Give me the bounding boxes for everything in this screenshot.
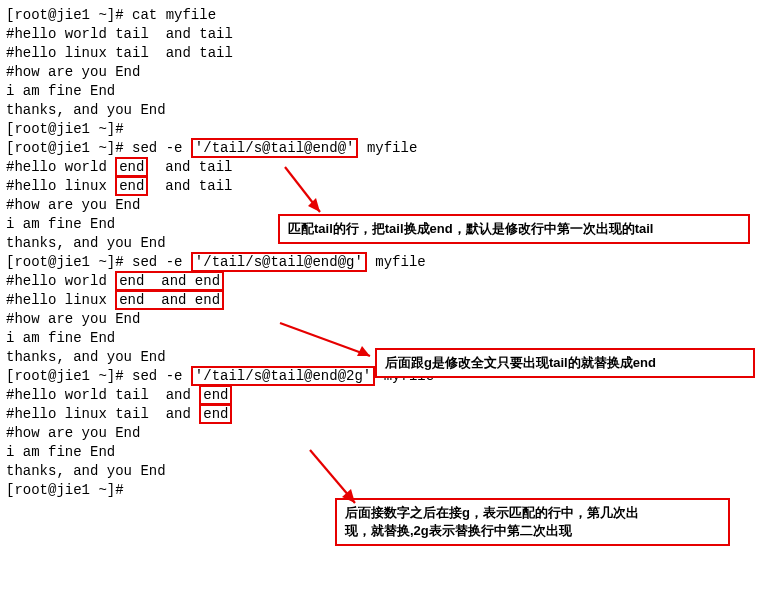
out-text: and tail bbox=[148, 159, 232, 175]
arrow-icon bbox=[280, 162, 340, 222]
terminal-line: #hello linux end and tail bbox=[6, 177, 774, 196]
terminal-line-sed1: [root@jie1 ~]# sed -e '/tail/s@tail@end@… bbox=[6, 139, 774, 158]
sed1-command: '/tail/s@tail@end@' bbox=[191, 138, 359, 158]
terminal-line: #hello world end and tail bbox=[6, 158, 774, 177]
sed2-command: '/tail/s@tail@end@g' bbox=[191, 252, 367, 272]
prompt: [root@jie1 ~]# sed -e bbox=[6, 254, 191, 270]
sed1-arg: myfile bbox=[358, 140, 417, 156]
out-text: and tail bbox=[148, 178, 232, 194]
replaced-end: end bbox=[115, 157, 148, 177]
replaced-end-all: end and end bbox=[115, 290, 224, 310]
terminal-line: #how are you End bbox=[6, 310, 774, 329]
arrow-icon bbox=[305, 445, 415, 515]
annotation-text: 后面跟g是修改全文只要出现tail的就替换成end bbox=[385, 355, 656, 370]
prompt: [root@jie1 ~]# sed -e bbox=[6, 368, 191, 384]
replaced-end-all: end and end bbox=[115, 271, 224, 291]
out-text: #hello linux bbox=[6, 292, 115, 308]
out-text: #hello linux tail and bbox=[6, 406, 199, 422]
terminal-line: #hello world end and end bbox=[6, 272, 774, 291]
out-text: #hello world bbox=[6, 273, 115, 289]
out-text: #hello world tail and bbox=[6, 387, 199, 403]
prompt: [root@jie1 ~]# sed -e bbox=[6, 140, 191, 156]
arrow-icon bbox=[275, 318, 385, 363]
sed3-command: '/tail/s@tail@end@2g' bbox=[191, 366, 375, 386]
replaced-end-2g: end bbox=[199, 385, 232, 405]
terminal-line-sed2: [root@jie1 ~]# sed -e '/tail/s@tail@end@… bbox=[6, 253, 774, 272]
terminal-line: #how are you End bbox=[6, 63, 774, 82]
annotation-box-1: 匹配tail的行，把tail换成end，默认是修改行中第一次出现的tail bbox=[278, 214, 750, 244]
replaced-end: end bbox=[115, 176, 148, 196]
terminal-line: i am fine End bbox=[6, 329, 774, 348]
terminal-line: #hello linux tail and end bbox=[6, 405, 774, 424]
terminal-line: #hello linux end and end bbox=[6, 291, 774, 310]
terminal-line: #hello world tail and tail bbox=[6, 25, 774, 44]
annotation-text: 匹配tail的行，把tail换成end，默认是修改行中第一次出现的tail bbox=[288, 221, 653, 236]
sed2-arg: myfile bbox=[367, 254, 426, 270]
svg-line-2 bbox=[280, 323, 370, 356]
terminal-line: i am fine End bbox=[6, 82, 774, 101]
annotation-box-2: 后面跟g是修改全文只要出现tail的就替换成end bbox=[375, 348, 755, 378]
terminal-line: #hello world tail and end bbox=[6, 386, 774, 405]
terminal-line: #hello linux tail and tail bbox=[6, 44, 774, 63]
terminal-line: thanks, and you End bbox=[6, 101, 774, 120]
terminal-line: [root@jie1 ~]# bbox=[6, 120, 774, 139]
out-text: #hello world bbox=[6, 159, 115, 175]
terminal-line: #how are you End bbox=[6, 424, 774, 443]
terminal-line: #how are you End bbox=[6, 196, 774, 215]
terminal-line: [root@jie1 ~]# cat myfile bbox=[6, 6, 774, 25]
out-text: #hello linux bbox=[6, 178, 115, 194]
terminal-block: [root@jie1 ~]# cat myfile #hello world t… bbox=[0, 0, 780, 506]
replaced-end-2g: end bbox=[199, 404, 232, 424]
annotation-text: 现，就替换,2g表示替换行中第二次出现 bbox=[345, 522, 720, 540]
